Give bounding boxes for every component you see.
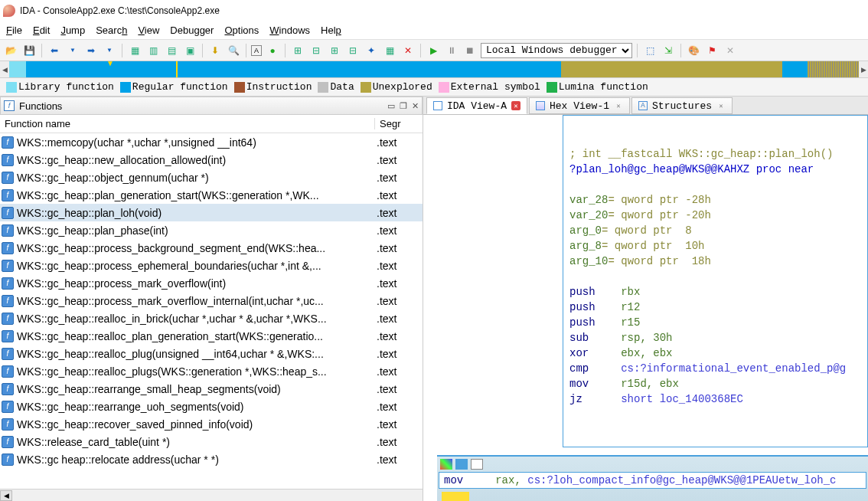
function-row[interactable]: fWKS::gc_heap::process_background_segmen… (0, 239, 423, 257)
flag-icon[interactable]: ⚑ (704, 43, 720, 58)
function-segment: .text (370, 418, 396, 431)
function-name: WKS::gc_heap::plan_phase(int) (17, 224, 370, 237)
function-segment: .text (370, 277, 396, 290)
run-icon[interactable]: ▶ (426, 43, 441, 58)
struct2-icon[interactable]: ⊟ (308, 43, 324, 58)
tab-ida-view[interactable]: IDA View-A ✕ (426, 97, 527, 114)
back-dropdown-icon[interactable]: ▼ (65, 43, 80, 58)
tool1-icon[interactable]: ▦ (127, 43, 142, 58)
back-icon[interactable]: ⬅ (47, 43, 62, 58)
navigation-band[interactable]: ◀ ▼ ▶ (0, 61, 868, 78)
function-row[interactable]: fWKS::gc_heap::new_allocation_allowed(in… (0, 151, 423, 169)
function-row[interactable]: fWKS::gc_heap::plan_loh(void).text (0, 204, 423, 221)
struct1-icon[interactable]: ⊞ (290, 43, 305, 58)
disasm-box[interactable]: ; int __fastcall WKS::gc_heap::plan_loh(… (563, 115, 868, 447)
grid-icon[interactable]: ▦ (382, 43, 397, 58)
menu-search[interactable]: Search (96, 25, 127, 36)
down-arrow-icon[interactable]: ⬇ (207, 43, 223, 58)
forward-icon[interactable]: ➡ (83, 43, 99, 58)
function-icon: f (2, 436, 14, 448)
open-icon[interactable]: 📂 (3, 43, 18, 58)
close-tab-icon[interactable]: ✕ (716, 101, 726, 110)
col-function-name[interactable]: Function name (0, 118, 375, 129)
function-icon: f (2, 224, 14, 237)
function-row[interactable]: fWKS::release_card_table(uint *).text (0, 433, 423, 450)
palette-icon[interactable]: 🎨 (686, 43, 701, 58)
nav-left-arrow[interactable]: ◀ (0, 61, 9, 77)
tab-hex-view[interactable]: Hex View-1 ✕ (529, 97, 630, 114)
disasm-area[interactable]: ; int __fastcall WKS::gc_heap::plan_loh(… (423, 115, 868, 501)
function-row[interactable]: fWKS::gc_heap::object_gennum(uchar *).te… (0, 169, 423, 186)
pane-menu-icon[interactable]: ▭ (387, 101, 395, 111)
function-name: WKS::gc_heap::process_ephemeral_boundari… (17, 260, 370, 272)
debugger-select[interactable]: Local Windows debugger (481, 43, 632, 58)
menu-help[interactable]: Help (321, 25, 341, 36)
function-row[interactable]: fWKS::gc_heap::realloc_in_brick(uchar *,… (0, 309, 423, 327)
function-row[interactable]: fWKS::gc_heap::rearrange_small_heap_segm… (0, 380, 423, 398)
menu-jump[interactable]: Jump (60, 25, 85, 36)
function-row[interactable]: fWKS::gc_heap::rearrange_uoh_segments(vo… (0, 398, 423, 415)
function-segment: .text (370, 242, 396, 254)
function-row[interactable]: fWKS::gc_heap::process_ephemeral_boundar… (0, 257, 423, 274)
disasm-pane: IDA View-A ✕ Hex View-1 ✕ A Structures ✕… (423, 97, 868, 501)
function-row[interactable]: fWKS::gc_heap::recover_saved_pinned_info… (0, 415, 423, 433)
menu-file[interactable]: File (6, 25, 22, 36)
function-row[interactable]: fWKS::memcopy(uchar *,uchar *,unsigned _… (0, 133, 423, 151)
forward-dropdown-icon[interactable]: ▼ (102, 43, 117, 58)
menu-edit[interactable]: Edit (33, 25, 50, 36)
function-row[interactable]: fWKS::gc_heap::realloc_plugs(WKS::genera… (0, 362, 423, 380)
tool2-icon[interactable]: ▥ (145, 43, 161, 58)
titlebar: IDA - ConsoleApp2.exe C:\test\ConsoleApp… (0, 0, 868, 21)
menu-debugger[interactable]: Debugger (170, 25, 214, 36)
function-row[interactable]: fWKS::gc_heap::realloc_plan_generation_s… (0, 327, 423, 345)
graph-overview[interactable]: mov rax, cs:?loh_compact_info@gc_heap@WK… (437, 455, 868, 501)
text-icon[interactable]: A (251, 45, 262, 56)
search-icon[interactable]: 🔍 (226, 43, 241, 58)
function-segment: .text (370, 401, 396, 413)
function-row[interactable]: fWKS::gc_heap::process_mark_overflow_int… (0, 292, 423, 309)
function-segment: .text (370, 365, 396, 378)
tool3-icon[interactable]: ▤ (164, 43, 179, 58)
function-icon: f (2, 365, 14, 378)
hscrollbar[interactable]: ◀ (0, 489, 423, 501)
menubar: File Edit Jump Search View Debugger Opti… (0, 21, 868, 40)
pause-icon[interactable]: ⏸ (444, 43, 459, 58)
scroll-left-icon[interactable]: ◀ (0, 490, 12, 501)
tool-b-icon[interactable]: ⇲ (661, 43, 676, 58)
function-row[interactable]: fWKS::gc heap::relocate address(uchar * … (0, 450, 423, 468)
col-segment[interactable]: Segr (375, 118, 400, 129)
pane-max-icon[interactable]: ❐ (400, 101, 407, 111)
menu-view[interactable]: View (138, 25, 159, 36)
save-icon[interactable]: 💾 (21, 43, 37, 58)
tool-a-icon[interactable]: ⬚ (642, 43, 658, 58)
function-name: WKS::gc_heap::recover_saved_pinned_info(… (17, 418, 370, 431)
function-row[interactable]: fWKS::gc_heap::plan_phase(int).text (0, 221, 423, 239)
close-tab-icon[interactable]: ✕ (614, 101, 623, 110)
circle-icon[interactable]: ● (265, 43, 280, 58)
function-row[interactable]: fWKS::gc_heap::process_mark_overflow(int… (0, 274, 423, 292)
close-tab-icon[interactable]: ✕ (511, 101, 520, 110)
blank-mini-icon[interactable] (471, 459, 483, 470)
menu-options[interactable]: Options (224, 25, 259, 36)
struct3-icon[interactable]: ⊞ (327, 43, 342, 58)
pane-close-icon[interactable]: ✕ (412, 101, 419, 111)
xtool-icon[interactable]: ✕ (723, 43, 738, 58)
function-name: WKS::gc_heap::new_allocation_allowed(int… (17, 154, 370, 166)
stop-icon[interactable]: ⏹ (462, 43, 478, 58)
delete-icon[interactable]: ✕ (400, 43, 416, 58)
function-icon: f (2, 242, 14, 254)
struct4-icon[interactable]: ⊟ (345, 43, 361, 58)
nav-right-arrow[interactable]: ▶ (859, 61, 868, 77)
view-mini-icon[interactable] (455, 459, 468, 470)
palette-mini-icon[interactable] (440, 459, 452, 470)
functions-columns[interactable]: Function name Segr (0, 115, 423, 133)
function-name: WKS::gc_heap::plan_loh(void) (17, 207, 370, 219)
star-icon[interactable]: ✦ (364, 43, 379, 58)
function-row[interactable]: fWKS::gc_heap::realloc_plug(unsigned __i… (0, 345, 423, 362)
tab-structures[interactable]: A Structures ✕ (631, 97, 733, 114)
functions-list[interactable]: fWKS::memcopy(uchar *,uchar *,unsigned _… (0, 133, 423, 489)
menu-windows[interactable]: Windows (269, 25, 310, 36)
tool4-icon[interactable]: ▣ (182, 43, 197, 58)
nav-strip[interactable]: ▼ (9, 61, 859, 77)
function-row[interactable]: fWKS::gc_heap::plan_generation_start(WKS… (0, 186, 423, 204)
